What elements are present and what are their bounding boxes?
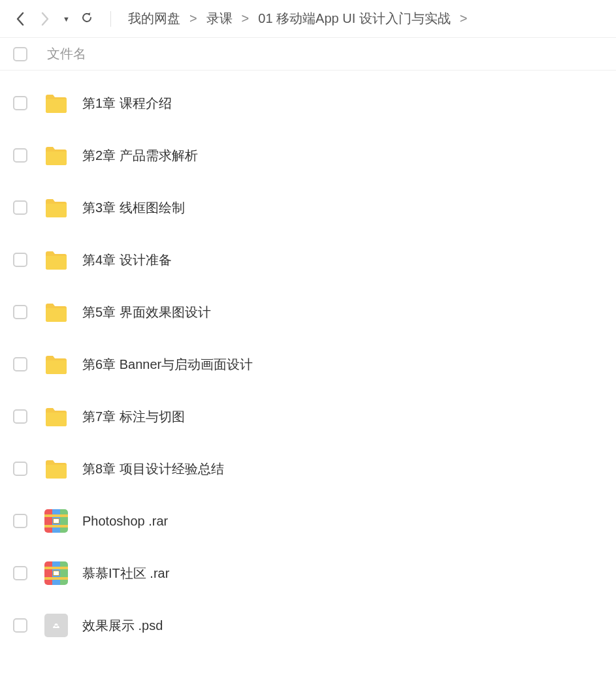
crumb-level1[interactable]: 录课	[206, 10, 233, 27]
row-checkbox[interactable]	[13, 148, 27, 163]
archive-icon	[44, 561, 68, 585]
file-name-label: 第8章 项目设计经验总结	[82, 460, 224, 478]
file-name-label: 第5章 界面效果图设计	[82, 304, 211, 321]
file-name-label: 第7章 标注与切图	[82, 408, 185, 426]
file-name-label: 第3章 线框图绘制	[82, 199, 185, 217]
crumb-root[interactable]: 我的网盘	[128, 10, 180, 27]
row-checkbox[interactable]	[13, 305, 27, 319]
row-checkbox[interactable]	[13, 409, 27, 424]
file-icon	[44, 614, 68, 637]
row-checkbox[interactable]	[13, 96, 27, 110]
folder-icon	[44, 91, 68, 115]
reload-button[interactable]	[80, 11, 93, 27]
archive-icon	[44, 509, 68, 533]
back-button[interactable]	[13, 12, 27, 26]
file-icon	[44, 614, 68, 637]
divider	[110, 11, 111, 27]
archive-icon	[44, 509, 68, 533]
row-checkbox[interactable]	[13, 462, 27, 476]
file-row[interactable]: 第1章 课程介绍	[0, 77, 616, 129]
file-name-label: 效果展示 .psd	[82, 617, 163, 635]
folder-icon	[44, 300, 68, 324]
file-name-label: 第2章 产品需求解析	[82, 147, 198, 165]
chevron-right-icon: >	[242, 11, 250, 26]
file-name-label: 第4章 设计准备	[82, 251, 172, 269]
history-dropdown[interactable]: ▼	[63, 15, 70, 23]
toolbar: ▼ 我的网盘 > 录课 > 01 移动端App UI 设计入门与实战 >	[0, 0, 616, 38]
file-name-label: 第6章 Banner与启动画面设计	[82, 356, 253, 373]
archive-icon	[44, 561, 68, 585]
file-name-label: Photoshop .rar	[82, 514, 168, 529]
list-header: 文件名	[0, 38, 616, 71]
select-all-checkbox[interactable]	[13, 47, 27, 61]
file-row[interactable]: 第2章 产品需求解析	[0, 129, 616, 181]
row-checkbox[interactable]	[13, 253, 27, 267]
row-checkbox[interactable]	[13, 357, 27, 371]
file-row[interactable]: 慕慕IT社区 .rar	[0, 547, 616, 599]
file-row[interactable]: 第6章 Banner与启动画面设计	[0, 338, 616, 390]
folder-icon	[44, 457, 68, 480]
row-checkbox[interactable]	[13, 514, 27, 528]
folder-icon	[44, 405, 68, 428]
file-name-label: 慕慕IT社区 .rar	[82, 565, 169, 582]
file-row[interactable]: 第8章 项目设计经验总结	[0, 443, 616, 495]
file-row[interactable]: 效果展示 .psd	[0, 599, 616, 652]
forward-button[interactable]	[38, 12, 52, 26]
file-row[interactable]: 第7章 标注与切图	[0, 390, 616, 443]
row-checkbox[interactable]	[13, 566, 27, 580]
folder-icon	[44, 196, 68, 219]
breadcrumb: 我的网盘 > 录课 > 01 移动端App UI 设计入门与实战 >	[128, 10, 468, 27]
file-row[interactable]: 第4章 设计准备	[0, 234, 616, 286]
chevron-right-icon: >	[460, 11, 468, 26]
file-row[interactable]: 第3章 线框图绘制	[0, 181, 616, 234]
row-checkbox[interactable]	[13, 618, 27, 633]
file-row[interactable]: Photoshop .rar	[0, 495, 616, 547]
row-checkbox[interactable]	[13, 200, 27, 215]
chevron-right-icon: >	[189, 11, 197, 26]
file-name-label: 第1章 课程介绍	[82, 95, 172, 112]
folder-icon	[44, 353, 68, 376]
crumb-current[interactable]: 01 移动端App UI 设计入门与实战	[258, 10, 451, 27]
file-list: 第1章 课程介绍第2章 产品需求解析第3章 线框图绘制第4章 设计准备第5章 界…	[0, 71, 616, 658]
folder-icon	[44, 248, 68, 272]
folder-icon	[44, 144, 68, 167]
file-row[interactable]: 第5章 界面效果图设计	[0, 286, 616, 338]
column-name-header[interactable]: 文件名	[47, 45, 86, 63]
